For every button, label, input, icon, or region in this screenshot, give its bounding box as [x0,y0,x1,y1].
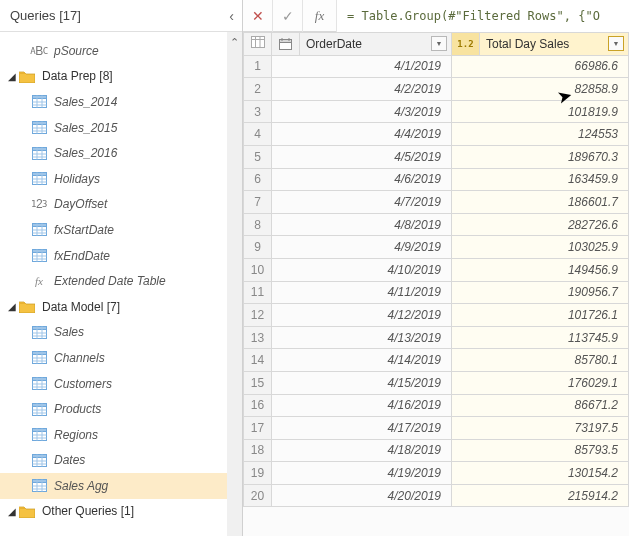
row-header[interactable]: 20 [244,484,272,507]
table-row[interactable]: 34/3/2019101819.9 [244,100,629,123]
table-row[interactable]: 144/14/201985780.1 [244,349,629,372]
cell-total-day-sales[interactable]: 163459.9 [452,168,629,191]
query-item-channels[interactable]: Channels [0,345,242,371]
cell-orderdate[interactable]: 4/16/2019 [272,394,452,417]
fx-icon[interactable]: fx [303,0,337,32]
row-header[interactable]: 15 [244,371,272,394]
row-header[interactable]: 13 [244,326,272,349]
row-header[interactable]: 7 [244,191,272,214]
row-header[interactable]: 8 [244,213,272,236]
table-row[interactable]: 204/20/2019215914.2 [244,484,629,507]
cell-orderdate[interactable]: 4/15/2019 [272,371,452,394]
cell-total-day-sales[interactable]: 73197.5 [452,417,629,440]
table-row[interactable]: 154/15/2019176029.1 [244,371,629,394]
query-item-sales-2015[interactable]: Sales_2015 [0,115,242,141]
table-row[interactable]: 54/5/2019189670.3 [244,145,629,168]
column-filter-dropdown[interactable]: ▼ [608,36,624,51]
cell-orderdate[interactable]: 4/14/2019 [272,349,452,372]
query-item-fxstartdate[interactable]: fxStartDate [0,217,242,243]
commit-formula-button[interactable]: ✓ [273,0,303,32]
table-row[interactable]: 114/11/2019190956.7 [244,281,629,304]
table-row[interactable]: 84/8/2019282726.6 [244,213,629,236]
table-row[interactable]: 194/19/2019130154.2 [244,462,629,485]
cell-total-day-sales[interactable]: 190956.7 [452,281,629,304]
query-item-customers[interactable]: Customers [0,371,242,397]
cell-total-day-sales[interactable]: 282726.6 [452,213,629,236]
table-row[interactable]: 174/17/201973197.5 [244,417,629,440]
row-header[interactable]: 18 [244,439,272,462]
row-header[interactable]: 17 [244,417,272,440]
cell-orderdate[interactable]: 4/12/2019 [272,304,452,327]
cell-total-day-sales[interactable]: 149456.9 [452,258,629,281]
group-other-queries[interactable]: ◢ Other Queries [1] [0,499,242,525]
table-row[interactable]: 44/4/2019124553 [244,123,629,146]
query-item-sales-2016[interactable]: Sales_2016 [0,140,242,166]
table-row[interactable]: 24/2/201982858.9 [244,78,629,101]
cell-total-day-sales[interactable]: 86671.2 [452,394,629,417]
table-row[interactable]: 124/12/2019101726.1 [244,304,629,327]
cell-total-day-sales[interactable]: 176029.1 [452,371,629,394]
cell-orderdate[interactable]: 4/3/2019 [272,100,452,123]
cell-orderdate[interactable]: 4/18/2019 [272,439,452,462]
query-item-sales[interactable]: Sales [0,320,242,346]
collapse-sidebar-icon[interactable]: ‹ [229,8,234,24]
query-item-sales-agg[interactable]: Sales Agg [0,473,242,499]
query-item-sales-2014[interactable]: Sales_2014 [0,89,242,115]
row-header[interactable]: 5 [244,145,272,168]
scroll-up-icon[interactable]: ⌃ [230,36,239,49]
cell-orderdate[interactable]: 4/6/2019 [272,168,452,191]
query-item-dates[interactable]: Dates [0,448,242,474]
query-item-dayoffset[interactable]: 123DayOffset [0,192,242,218]
cell-orderdate[interactable]: 4/7/2019 [272,191,452,214]
row-header[interactable]: 16 [244,394,272,417]
select-all-corner[interactable] [244,33,272,56]
column-header-total-day-sales[interactable]: 1.2 Total Day Sales ▼ [452,33,629,56]
row-header[interactable]: 3 [244,100,272,123]
cell-orderdate[interactable]: 4/9/2019 [272,236,452,259]
cell-orderdate[interactable]: 4/19/2019 [272,462,452,485]
table-row[interactable]: 164/16/201986671.2 [244,394,629,417]
row-header[interactable]: 6 [244,168,272,191]
cell-total-day-sales[interactable]: 101819.9 [452,100,629,123]
row-header[interactable]: 14 [244,349,272,372]
query-item-fxenddate[interactable]: fxEndDate [0,243,242,269]
cell-total-day-sales[interactable]: 85780.1 [452,349,629,372]
query-item-products[interactable]: Products [0,396,242,422]
row-header[interactable]: 1 [244,55,272,78]
column-header-orderdate[interactable]: OrderDate ▼ [272,33,452,56]
query-psource[interactable]: ABC pSource [0,38,242,64]
query-item-extended-date-table[interactable]: fxExtended Date Table [0,268,242,294]
table-row[interactable]: 94/9/2019103025.9 [244,236,629,259]
cell-orderdate[interactable]: 4/2/2019 [272,78,452,101]
query-item-regions[interactable]: Regions [0,422,242,448]
row-header[interactable]: 10 [244,258,272,281]
sidebar-scrollbar[interactable]: ⌃ [227,32,242,536]
cell-orderdate[interactable]: 4/1/2019 [272,55,452,78]
row-header[interactable]: 9 [244,236,272,259]
group-data-prep[interactable]: ◢ Data Prep [8] [0,64,242,90]
cell-orderdate[interactable]: 4/20/2019 [272,484,452,507]
cell-total-day-sales[interactable]: 113745.9 [452,326,629,349]
row-header[interactable]: 11 [244,281,272,304]
table-row[interactable]: 64/6/2019163459.9 [244,168,629,191]
cell-total-day-sales[interactable]: 101726.1 [452,304,629,327]
cell-orderdate[interactable]: 4/5/2019 [272,145,452,168]
row-header[interactable]: 2 [244,78,272,101]
cell-total-day-sales[interactable]: 186601.7 [452,191,629,214]
cell-total-day-sales[interactable]: 103025.9 [452,236,629,259]
cell-total-day-sales[interactable]: 130154.2 [452,462,629,485]
cell-total-day-sales[interactable]: 189670.3 [452,145,629,168]
table-row[interactable]: 14/1/201966986.6 [244,55,629,78]
table-row[interactable]: 104/10/2019149456.9 [244,258,629,281]
table-row[interactable]: 74/7/2019186601.7 [244,191,629,214]
cell-total-day-sales[interactable]: 66986.6 [452,55,629,78]
cell-orderdate[interactable]: 4/4/2019 [272,123,452,146]
cancel-formula-button[interactable]: ✕ [243,0,273,32]
formula-input[interactable]: = Table.Group(#"Filtered Rows", {"O [337,0,629,32]
cell-total-day-sales[interactable]: 85793.5 [452,439,629,462]
row-header[interactable]: 12 [244,304,272,327]
cell-total-day-sales[interactable]: 82858.9 [452,78,629,101]
row-header[interactable]: 4 [244,123,272,146]
cell-orderdate[interactable]: 4/10/2019 [272,258,452,281]
cell-orderdate[interactable]: 4/11/2019 [272,281,452,304]
